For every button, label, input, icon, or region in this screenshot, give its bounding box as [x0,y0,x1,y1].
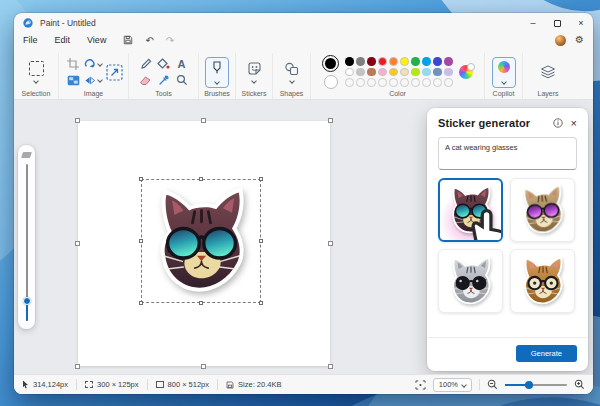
eraser-icon[interactable] [139,75,152,86]
palette-row-custom [345,78,453,87]
fill-bucket-icon[interactable] [157,58,170,70]
palette-empty-slot[interactable] [422,78,431,87]
palette-color-dot[interactable] [411,68,420,77]
generate-button[interactable]: Generate [516,345,577,362]
zoom-level-dropdown[interactable]: 100% [433,378,472,392]
pencil-icon[interactable] [140,58,152,70]
palette-empty-slot[interactable] [411,78,420,87]
text-tool-icon[interactable]: A [178,58,186,70]
divider [479,379,480,390]
settings-gear-icon[interactable]: ⚙ [575,35,584,45]
palette-color-dot[interactable] [400,57,409,66]
canvas-resize-handle[interactable] [328,241,333,246]
palette-color-dot[interactable] [433,57,442,66]
menu-view[interactable]: View [87,35,106,45]
palette-empty-slot[interactable] [367,78,376,87]
palette-empty-slot[interactable] [389,78,398,87]
remove-background-icon[interactable] [67,75,80,86]
palette-color-dot[interactable] [356,68,365,77]
magnifier-icon[interactable] [176,74,188,86]
palette-color-dot[interactable] [378,68,387,77]
sticker-thumbnail-2[interactable] [510,178,575,242]
canvas-resize-handle[interactable] [328,364,333,369]
close-button[interactable]: × [569,16,593,30]
size-slider-track[interactable] [26,164,28,321]
canvas-resize-handle[interactable] [328,118,333,123]
undo-button[interactable]: ↶ [145,35,153,46]
palette-empty-slot[interactable] [378,78,387,87]
sticker-selection[interactable] [141,179,261,303]
crop-icon[interactable] [67,58,79,70]
size-slider-thumb[interactable] [23,297,31,305]
foreground-color-selected[interactable] [322,55,339,72]
selection-tool-button[interactable] [29,61,44,83]
info-icon[interactable] [553,118,563,128]
sticker-thumbnail-1[interactable] [438,178,503,242]
edit-colors-wheel-icon[interactable] [459,65,473,79]
canvas-resize-handle[interactable] [201,364,206,369]
palette-empty-slot[interactable] [400,78,409,87]
palette-color-dot[interactable] [444,68,453,77]
zoom-in-icon[interactable] [574,379,585,390]
canvas-resize-handle[interactable] [75,241,80,246]
palette-empty-slot[interactable] [433,78,442,87]
save-button[interactable] [123,35,133,45]
palette-empty-slot[interactable] [356,78,365,87]
selection-handle[interactable] [139,177,143,181]
flip-button[interactable] [84,75,102,86]
selection-handle[interactable] [259,301,263,305]
zoom-out-icon[interactable] [487,379,498,390]
minimize-button[interactable]: – [521,16,545,30]
menu-file[interactable]: File [23,35,38,45]
panel-close-icon[interactable]: × [571,118,577,129]
palette-color-dot[interactable] [422,57,431,66]
palette-color-dot[interactable] [389,68,398,77]
brushes-button[interactable] [205,57,229,88]
palette-color-dot[interactable] [367,57,376,66]
palette-color-dot[interactable] [422,68,431,77]
copilot-button[interactable] [492,57,516,88]
zoom-slider[interactable] [505,384,567,386]
palette-empty-slot[interactable] [444,78,453,87]
eyedropper-icon[interactable] [158,74,170,86]
palette-color-dot[interactable] [444,57,453,66]
selection-handle[interactable] [199,301,203,305]
paint-canvas[interactable] [78,121,330,366]
palette-color-dot[interactable] [411,57,420,66]
layers-icon[interactable] [540,65,556,79]
shapes-button[interactable] [284,62,299,83]
panel-footer: Generate [427,337,588,371]
fit-to-window-icon[interactable] [415,380,426,390]
account-avatar[interactable] [555,35,566,46]
sticker-thumbnail-4[interactable] [510,249,575,313]
palette-color-dot[interactable] [389,57,398,66]
sticker-thumbnail-3[interactable] [438,249,503,313]
palette-color-dot[interactable] [378,57,387,66]
selection-handle[interactable] [259,239,263,243]
selection-handle[interactable] [139,301,143,305]
selection-handle[interactable] [139,239,143,243]
selection-handle[interactable] [199,177,203,181]
palette-color-dot[interactable] [345,57,354,66]
title-bar[interactable]: Paint - Untitled – × [14,13,593,30]
resize-icon[interactable] [106,64,123,81]
redo-button[interactable]: ↷ [166,35,174,46]
canvas-resize-handle[interactable] [75,118,80,123]
paint-window: Paint - Untitled – × File Edit View ↶ ↷ [14,13,593,394]
palette-color-dot[interactable] [433,68,442,77]
palette-empty-slot[interactable] [345,78,354,87]
menu-edit[interactable]: Edit [55,35,71,45]
background-color[interactable] [324,75,338,89]
canvas-resize-handle[interactable] [75,364,80,369]
maximize-button[interactable] [545,16,569,30]
palette-color-dot[interactable] [345,68,354,77]
canvas-resize-handle[interactable] [201,118,206,123]
palette-color-dot[interactable] [356,57,365,66]
zoom-slider-thumb[interactable] [525,381,533,389]
prompt-input[interactable]: A cat wearing glasses [438,137,577,170]
palette-color-dot[interactable] [367,68,376,77]
palette-color-dot[interactable] [400,68,409,77]
selection-handle[interactable] [259,177,263,181]
rotate-button[interactable] [84,59,102,70]
stickers-button[interactable] [247,61,262,83]
